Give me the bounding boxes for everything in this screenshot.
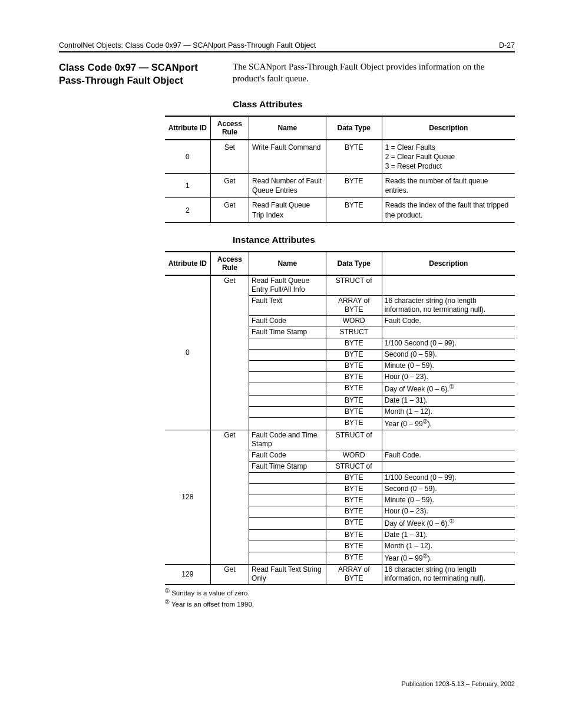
cell-name: [249, 506, 326, 517]
col-attr-id: Attribute ID: [165, 116, 210, 140]
cell-data-type: BYTE: [326, 360, 382, 371]
cell-description: Year (0 – 99➁).: [382, 417, 515, 430]
cell-name: [249, 472, 326, 483]
cell-description: Hour (0 – 23).: [382, 506, 515, 517]
cell-data-type: STRUCT of: [326, 275, 382, 296]
cell-description: Day of Week (0 – 6).➀: [382, 517, 515, 529]
cell-data-type: STRUCT of: [326, 430, 382, 450]
class-attributes-table: Attribute ID Access Rule Name Data Type …: [165, 116, 515, 223]
cell-description: Month (1 – 12).: [382, 541, 515, 552]
cell-data-type: BYTE: [326, 517, 382, 529]
header-left: ControlNet Objects: Class Code 0x97 — SC…: [59, 41, 316, 50]
col-name: Name: [249, 116, 326, 140]
table-row: 129GetRead Fault Text String OnlyARRAY o…: [165, 564, 515, 584]
cell-access-rule: Set: [210, 140, 249, 174]
table-header-row: Attribute ID Access Rule Name Data Type …: [165, 116, 515, 140]
cell-description: [382, 327, 515, 338]
col-attr-id: Attribute ID: [165, 252, 210, 275]
header-right: D-27: [499, 41, 515, 50]
cell-name: Read Fault Text String Only: [249, 564, 326, 584]
col-description: Description: [382, 252, 515, 275]
cell-attr-id: 128: [165, 430, 210, 564]
col-description: Description: [382, 116, 515, 140]
cell-description: Reads the index of the fault that trippe…: [382, 198, 515, 222]
cell-data-type: BYTE: [326, 174, 382, 198]
cell-data-type: BYTE: [326, 140, 382, 174]
page-header: ControlNet Objects: Class Code 0x97 — SC…: [59, 41, 515, 52]
cell-description: Minute (0 – 59).: [382, 495, 515, 506]
cell-data-type: BYTE: [326, 529, 382, 541]
cell-name: Fault Text: [249, 295, 326, 315]
cell-name: [249, 338, 326, 349]
publication-line: Publication 1203-5.13 – February, 2002: [59, 680, 515, 687]
cell-data-type: BYTE: [326, 552, 382, 564]
cell-name: [249, 383, 326, 395]
cell-description: Second (0 – 59).: [382, 483, 515, 495]
cell-description: Date (1 – 31).: [382, 395, 515, 406]
table-row: 0SetWrite Fault CommandBYTE1 = Clear Fau…: [165, 140, 515, 174]
intro-text: The SCANport Pass-Through Fault Object p…: [233, 61, 515, 87]
table-row: 2GetRead Fault Queue Trip IndexBYTEReads…: [165, 198, 515, 222]
footnote-1: ➀ Sunday is a value of zero.: [165, 587, 515, 598]
cell-attr-id: 2: [165, 198, 210, 222]
cell-name: [249, 417, 326, 430]
cell-description: [382, 430, 515, 450]
footnote-2: ➁ Year is an offset from 1990.: [165, 598, 515, 610]
cell-description: Month (1 – 12).: [382, 406, 515, 417]
section-heading: Class Code 0x97 — SCANport Pass-Through …: [59, 61, 209, 87]
cell-data-type: BYTE: [326, 506, 382, 517]
cell-data-type: BYTE: [326, 395, 382, 406]
cell-data-type: BYTE: [326, 541, 382, 552]
cell-name: Fault Code: [249, 315, 326, 327]
cell-data-type: BYTE: [326, 417, 382, 430]
cell-description: Reads the number of fault queue entries.: [382, 174, 515, 198]
cell-access-rule: Get: [210, 564, 249, 584]
cell-description: 1 = Clear Faults2 = Clear Fault Queue3 =…: [382, 140, 515, 174]
cell-data-type: BYTE: [326, 383, 382, 395]
cell-name: [249, 349, 326, 360]
cell-description: Day of Week (0 – 6).➀: [382, 383, 515, 395]
cell-attr-id: 1: [165, 174, 210, 198]
cell-access-rule: Get: [210, 275, 249, 430]
cell-data-type: BYTE: [326, 198, 382, 222]
cell-data-type: BYTE: [326, 483, 382, 495]
cell-description: [382, 461, 515, 472]
cell-data-type: ARRAY of BYTE: [326, 564, 382, 584]
cell-description: Second (0 – 59).: [382, 349, 515, 360]
cell-name: Read Fault Queue Entry Full/All Info: [249, 275, 326, 296]
col-data-type: Data Type: [326, 116, 382, 140]
cell-name: Fault Code: [249, 450, 326, 461]
cell-attr-id: 129: [165, 564, 210, 584]
cell-attr-id: 0: [165, 275, 210, 430]
col-name: Name: [249, 252, 326, 275]
cell-description: Fault Code.: [382, 315, 515, 327]
instance-attributes-table: Attribute ID Access Rule Name Data Type …: [165, 251, 515, 585]
cell-description: Date (1 – 31).: [382, 529, 515, 541]
cell-attr-id: 0: [165, 140, 210, 174]
cell-name: [249, 552, 326, 564]
cell-name: [249, 360, 326, 371]
cell-name: [249, 541, 326, 552]
cell-name: [249, 517, 326, 529]
class-attributes-heading: Class Attributes: [233, 99, 515, 110]
cell-name: [249, 371, 326, 383]
cell-name: Write Fault Command: [249, 140, 326, 174]
cell-name: [249, 483, 326, 495]
cell-data-type: ARRAY of BYTE: [326, 295, 382, 315]
cell-description: 16 character string (no length informati…: [382, 564, 515, 584]
cell-access-rule: Get: [210, 198, 249, 222]
cell-name: Read Fault Queue Trip Index: [249, 198, 326, 222]
table-row: 128GetFault Code and Time StampSTRUCT of: [165, 430, 515, 450]
cell-description: 1/100 Second (0 – 99).: [382, 472, 515, 483]
table-row: 0GetRead Fault Queue Entry Full/All Info…: [165, 275, 515, 296]
cell-name: Fault Time Stamp: [249, 327, 326, 338]
footnotes: ➀ Sunday is a value of zero. ➁ Year is a…: [165, 587, 515, 610]
table-row: 1GetRead Number of Fault Queue EntriesBY…: [165, 174, 515, 198]
cell-access-rule: Get: [210, 174, 249, 198]
cell-data-type: WORD: [326, 450, 382, 461]
cell-description: 16 character string (no length informati…: [382, 295, 515, 315]
cell-data-type: BYTE: [326, 495, 382, 506]
cell-name: Fault Code and Time Stamp: [249, 430, 326, 450]
instance-attributes-heading: Instance Attributes: [233, 235, 515, 245]
cell-data-type: WORD: [326, 315, 382, 327]
